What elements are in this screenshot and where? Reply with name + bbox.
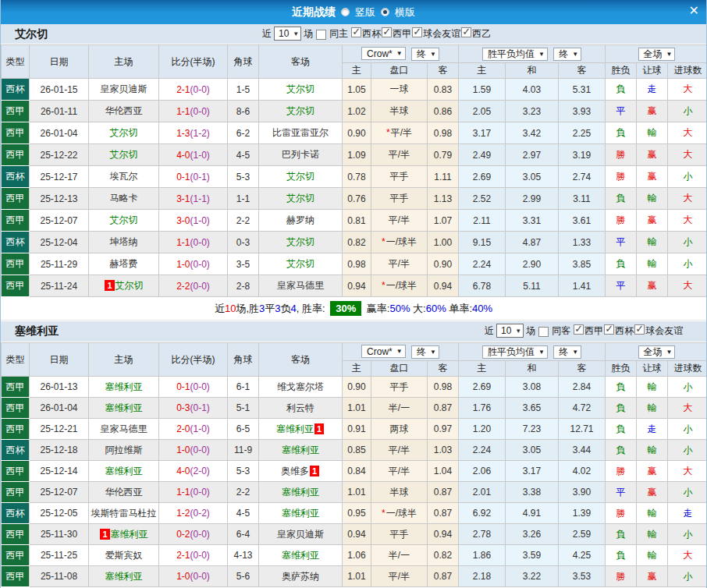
corner-score: 4-5: [228, 144, 259, 166]
match-count-select[interactable]: 10: [496, 324, 524, 338]
home-odds-cell: 0.82: [343, 232, 371, 253]
league-label[interactable]: 西杯: [362, 28, 381, 39]
goals-result-cell: 小: [668, 253, 707, 275]
team-name: 皇家贝迪斯: [101, 83, 147, 94]
avg-away-cell: 3.61: [559, 210, 606, 232]
summary-text: 场,胜: [236, 303, 259, 314]
full-match-select[interactable]: 全场: [638, 48, 676, 61]
goals-result-cell: 大: [668, 210, 707, 232]
bookmaker-select[interactable]: Crow*: [361, 47, 406, 60]
league-label[interactable]: 球会友谊: [423, 28, 460, 39]
handicap-cell: *一/球半: [371, 275, 428, 297]
wdl-result-cell: 負: [606, 188, 637, 210]
horizontal-layout-radio[interactable]: [381, 8, 389, 16]
league-checkbox[interactable]: [461, 27, 471, 37]
away-odds-cell: 0.97: [428, 419, 459, 440]
league-label[interactable]: 西杯: [615, 325, 634, 336]
same-venue-label[interactable]: 同主: [329, 27, 348, 41]
league-type-cell: 西甲: [2, 545, 30, 566]
horizontal-layout-label[interactable]: 横版: [395, 5, 415, 19]
full-time-score: 2-2: [176, 281, 190, 292]
league-label[interactable]: 西甲: [584, 325, 603, 336]
corner-score: 2-2: [228, 210, 259, 232]
avg-away-cell: 3.93: [559, 101, 606, 122]
team-name: 艾尔切: [110, 214, 138, 225]
avg-home-cell: 2.52: [459, 188, 506, 210]
league-checkbox[interactable]: [351, 27, 361, 37]
team-name: 艾尔切: [15, 27, 48, 41]
same-venue-checkbox[interactable]: [316, 30, 326, 40]
match-home-team: 塞维利亚: [89, 566, 159, 587]
half-time-score: (0-0): [190, 281, 210, 292]
league-checkbox[interactable]: [412, 27, 422, 37]
unit-label: 场: [304, 27, 313, 41]
match-date: 25-12-18: [30, 440, 89, 461]
league-checkbox[interactable]: [634, 324, 645, 335]
corner-score: 1-1: [228, 188, 259, 210]
away-odds-cell: 0.82: [428, 545, 459, 566]
vertical-layout-label[interactable]: 竖版: [355, 5, 375, 19]
team-name: 巴列卡诺: [282, 149, 319, 160]
table-row: 西甲26-01-04艾尔切1-3(1-2)6-2比雷亚雷亚尔0.90*平/半0.…: [2, 122, 707, 144]
wdl-result-cell: 負: [606, 545, 637, 566]
match-away-team: 塞维利亚: [259, 545, 343, 566]
handicap-cell: 平手: [371, 377, 428, 398]
final-avg-select[interactable]: 终: [553, 48, 581, 61]
home-odds-cell: 1.02: [343, 101, 371, 122]
match-score: 1-2(0-2): [159, 503, 228, 524]
wdl-average-select[interactable]: 胜平负均值: [482, 345, 548, 359]
avg-away-cell: 4.02: [559, 461, 606, 482]
subcol-goals: 进球数: [668, 361, 707, 377]
full-time-score: 1-2: [176, 508, 190, 519]
close-icon[interactable]: ✕: [689, 3, 699, 18]
match-count-select[interactable]: 10: [274, 27, 301, 41]
match-date: 26-01-04: [30, 398, 89, 419]
league-label[interactable]: 球会友谊: [645, 325, 683, 336]
team-name: 皇家马德里: [277, 280, 324, 291]
same-venue-label[interactable]: 同客: [552, 324, 570, 338]
subcol-home-odds: 主: [343, 361, 371, 377]
final-odds-select[interactable]: 终: [411, 48, 439, 61]
league-label[interactable]: 西乙: [472, 28, 491, 39]
league-checkbox[interactable]: [382, 27, 392, 37]
handicap-text: 平手: [390, 529, 409, 540]
away-odds-cell: 1.03: [428, 440, 459, 461]
table-row: 西甲25-12-07华伦西亚1-1(0-0)2-2塞维利亚1.01半球0.872…: [2, 482, 707, 503]
final-avg-select[interactable]: 终: [553, 345, 581, 359]
final-odds-select[interactable]: 终: [411, 345, 439, 359]
subcol-goals: 进球数: [668, 63, 707, 79]
handicap-result-cell: 赢: [637, 461, 668, 482]
full-time-score: 1-0: [176, 571, 190, 582]
wdl-result-cell: 負: [606, 419, 637, 440]
vertical-layout-radio[interactable]: [341, 8, 350, 16]
wdl-average-select[interactable]: 胜平负均值: [482, 48, 548, 61]
league-checkbox[interactable]: [604, 324, 614, 335]
table-row: 西甲25-11-08塞维利亚1-0(0-0)5-6奥萨苏纳1.01平/半0.87…: [2, 566, 707, 587]
full-time-score: 3-0: [176, 215, 190, 226]
table-row: 西甲25-11-241艾尔切2-2(0-0)2-8皇家马德里0.94*一/球半0…: [2, 275, 707, 297]
team-name: 坤塔纳: [110, 236, 138, 247]
half-time-score: (1-0): [190, 423, 210, 434]
half-time-score: (1-0): [190, 150, 210, 161]
full-match-select[interactable]: 全场: [638, 345, 676, 359]
match-score: 3-1(1-1): [159, 188, 228, 210]
away-odds-cell: 1.04: [428, 461, 459, 482]
avg-home-cell: 2.24: [459, 440, 506, 461]
bookmaker-select[interactable]: Crow*: [361, 345, 406, 358]
same-venue-checkbox[interactable]: [538, 327, 549, 337]
match-score: 0-3(0-1): [159, 398, 228, 419]
avg-draw-cell: 3.26: [506, 524, 559, 545]
league-checkbox[interactable]: [574, 324, 584, 335]
half-time-score: (0-0): [190, 550, 210, 561]
match-away-team: 艾尔切: [259, 253, 343, 275]
summary-text: 赢率:: [364, 303, 389, 314]
league-label[interactable]: 西甲: [393, 28, 411, 39]
section-home-team: 艾尔切 近 10 场 同主 西杯西甲球会友谊西乙 类型 日期 主场 比分(半场)…: [1, 24, 706, 321]
avg-draw-cell: 4.87: [506, 232, 559, 253]
team-name: 华伦西亚: [105, 487, 143, 498]
match-date: 25-11-29: [30, 253, 89, 275]
wdl-result-cell: 負: [606, 398, 637, 419]
match-date: 25-12-22: [30, 144, 89, 166]
odds-source-header: Crow* 终: [343, 343, 459, 361]
avg-away-cell: 1.39: [559, 503, 606, 524]
